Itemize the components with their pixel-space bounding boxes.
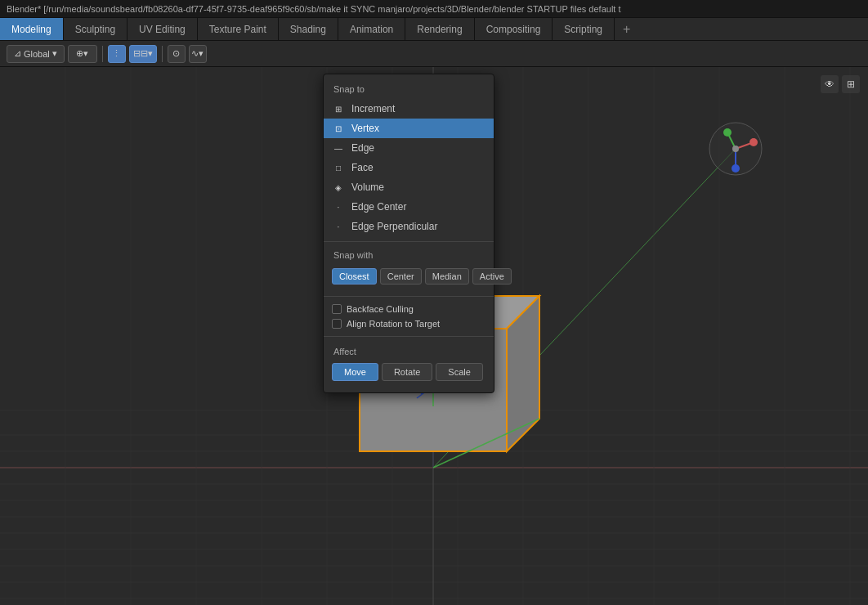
svg-point-43: [749, 138, 758, 146]
snap-item-icon-edge-perpendicular: ·: [332, 220, 345, 233]
snap-options-button[interactable]: ⊟⊟ ▾: [129, 45, 157, 63]
separator-1: [102, 46, 103, 62]
proportional-falloff-button[interactable]: ∿ ▾: [189, 45, 207, 63]
snap-item-label-volume: Volume: [351, 182, 384, 193]
orientation-icon: ⊿: [14, 48, 21, 59]
orientation-dropdown[interactable]: ⊿ Global ▾: [7, 45, 65, 63]
snap-item-edge-perpendicular[interactable]: ·Edge Perpendicular: [324, 217, 494, 236]
add-tab-button[interactable]: +: [615, 18, 638, 40]
checkbox-box-align-rotation: [332, 319, 342, 329]
proportional-icon: ⊙: [172, 48, 180, 59]
snap-item-label-edge-center: Edge Center: [351, 201, 406, 213]
snap-item-increment[interactable]: ⊞Increment: [324, 99, 494, 119]
tab-scripting[interactable]: Scripting: [553, 18, 615, 40]
snap-with-closest-button[interactable]: Closest: [332, 268, 377, 285]
affect-scale-button[interactable]: Scale: [436, 363, 483, 381]
snap-toggle-button[interactable]: ⋮: [108, 45, 126, 63]
snap-to-label: Snap to: [324, 81, 494, 99]
panel-divider-1: [324, 241, 494, 242]
tab-rendering[interactable]: Rendering: [405, 18, 474, 40]
falloff-icon: ∿: [191, 48, 199, 59]
viewport-overlay-button[interactable]: ⊞: [842, 75, 860, 93]
proportional-edit-button[interactable]: ⊙: [168, 45, 186, 63]
tab-texture-paint[interactable]: Texture Paint: [198, 18, 279, 40]
title-text: Blender* [/run/media/soundsbeard/fb08260…: [7, 4, 621, 14]
tab-animation[interactable]: Animation: [338, 18, 405, 40]
snap-item-label-edge-perpendicular: Edge Perpendicular: [351, 221, 437, 232]
pivot-icon: ⊕: [76, 48, 83, 59]
checkbox-label-backface-culling: Backface Culling: [347, 304, 414, 314]
snap-item-icon-vertex: ⊡: [332, 122, 345, 135]
snap-with-buttons-row: ClosestCenterMedianActive: [324, 265, 494, 291]
viewport-shading-button[interactable]: 👁: [821, 75, 839, 93]
viewport[interactable]: Snap to ⊞Increment⊡Vertex—Edge□Face◈Volu…: [0, 67, 868, 605]
snap-chevron-icon: ▾: [148, 48, 153, 59]
snap-item-vertex[interactable]: ⊡Vertex: [324, 119, 494, 138]
pivot-chevron-icon: ▾: [83, 48, 88, 59]
snap-grid-icon: ⊟⊟: [133, 48, 148, 59]
svg-point-48: [732, 146, 739, 152]
snap-item-edge[interactable]: —Edge: [324, 138, 494, 158]
viewport-overlay-buttons: 👁 ⊞: [821, 75, 860, 93]
orientation-label: Global: [24, 49, 50, 59]
snap-item-volume[interactable]: ◈Volume: [324, 177, 494, 197]
toolbar: ⊿ Global ▾ ⊕ ▾ ⋮ ⊟⊟ ▾ ⊙ ∿ ▾: [0, 41, 868, 67]
title-bar: Blender* [/run/media/soundsbeard/fb08260…: [0, 0, 868, 18]
separator-2: [162, 46, 163, 62]
snap-item-icon-edge-center: ·: [332, 200, 345, 213]
snap-with-center-button[interactable]: Center: [380, 268, 422, 285]
snap-item-face[interactable]: □Face: [324, 158, 494, 177]
tab-shading[interactable]: Shading: [279, 18, 338, 40]
svg-point-47: [732, 164, 740, 173]
snap-item-icon-face: □: [332, 161, 345, 174]
svg-point-45: [723, 128, 732, 137]
panel-divider-3: [324, 336, 494, 337]
checkbox-box-backface-culling: [332, 304, 342, 314]
chevron-down-icon: ▾: [52, 48, 57, 59]
checkbox-label-align-rotation: Align Rotation to Target: [347, 319, 440, 329]
snap-with-median-button[interactable]: Median: [425, 268, 469, 285]
pivot-dropdown[interactable]: ⊕ ▾: [68, 45, 97, 63]
checkboxes-container: Backface CullingAlign Rotation to Target: [324, 302, 494, 331]
snap-item-label-face: Face: [351, 162, 374, 173]
snap-with-label: Snap with: [324, 247, 494, 265]
snap-item-icon-edge: —: [332, 141, 345, 155]
snap-panel: Snap to ⊞Increment⊡Vertex—Edge□Face◈Volu…: [323, 74, 494, 393]
affect-label: Affect: [324, 342, 494, 360]
snap-items-list: ⊞Increment⊡Vertex—Edge□Face◈Volume·Edge …: [324, 99, 494, 236]
snap-item-label-edge: Edge: [351, 142, 374, 154]
affect-move-button[interactable]: Move: [332, 363, 378, 381]
tab-uv-editing[interactable]: UV Editing: [128, 18, 198, 40]
tab-modeling[interactable]: Modeling: [0, 18, 64, 40]
snap-icon: ⋮: [112, 48, 121, 59]
panel-divider-2: [324, 296, 494, 297]
snap-with-active-button[interactable]: Active: [472, 268, 512, 285]
affect-buttons-row: MoveRotateScale: [324, 360, 494, 386]
tab-sculpting[interactable]: Sculpting: [64, 18, 128, 40]
snap-item-label-increment: Increment: [351, 103, 395, 114]
checkbox-backface-culling[interactable]: Backface Culling: [324, 302, 494, 316]
snap-item-label-vertex: Vertex: [351, 123, 379, 134]
falloff-chevron-icon: ▾: [199, 48, 204, 59]
tab-compositing[interactable]: Compositing: [475, 18, 553, 40]
snap-item-icon-increment: ⊞: [332, 102, 345, 115]
checkbox-align-rotation[interactable]: Align Rotation to Target: [324, 316, 494, 331]
tab-bar: ModelingSculptingUV EditingTexture Paint…: [0, 18, 868, 41]
snap-item-edge-center[interactable]: ·Edge Center: [324, 197, 494, 217]
affect-rotate-button[interactable]: Rotate: [382, 363, 432, 381]
snap-item-icon-volume: ◈: [332, 181, 345, 194]
